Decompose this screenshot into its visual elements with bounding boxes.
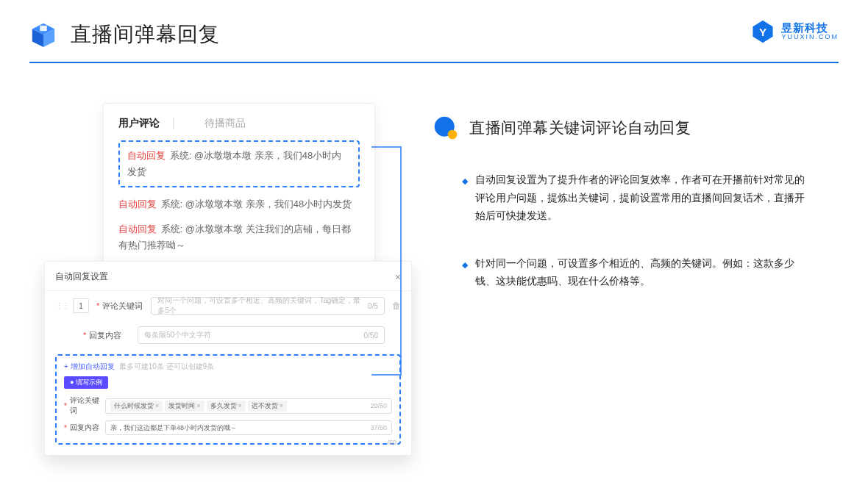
close-icon[interactable]: × [395,271,401,283]
diamond-icon: ◆ [462,258,468,290]
delete-icon[interactable]: 🗑 [392,301,401,311]
auto-reply-tag: 自动回复 [118,223,157,234]
tab-pending-goods[interactable]: 待播商品 [204,117,246,130]
svg-rect-3 [40,26,47,32]
brand-logo: Y 昱新科技 YUUXIN.COM [750,19,839,44]
bullet-text: 针对同一个问题，可设置多个相近的、高频的关键词。例如：这款多少钱、这块能优惠吗、… [475,254,814,290]
example-keyword-row: *评论关键词 什么时候发货× 发货时间× 多久发货× 迟不发货× 20/50 [64,393,392,418]
reply-counter: 0/50 [364,331,378,340]
reply-label: 回复内容 [89,330,132,341]
comment-row: 自动回复 系统: @冰墩墩本墩 关注我们的店铺，每日都有热门推荐呦～ [118,217,360,258]
logo-icon: Y [750,19,775,44]
keyword-label: 评论关键词 [102,301,145,312]
bullet-item: ◆ 自动回复设置为了提升作者的评论回复效率，作者可在开播前针对常见的评论用户问题… [433,171,830,225]
drag-handle-icon[interactable]: ⋮⋮ [55,301,68,311]
page-title: 直播间弹幕回复 [71,21,220,49]
section-header: 直播间弹幕关键词评论自动回复 [433,115,830,141]
keyword-chip[interactable]: 迟不发货× [248,401,287,412]
required-star: * [83,331,86,340]
auto-reply-tag: 自动回复 [118,198,157,209]
bullet-text: 自动回复设置为了提升作者的评论回复效率，作者可在开播前针对常见的评论用户问题，提… [475,171,814,225]
add-hint: 最多可建10条 还可以创建9条 [119,362,214,372]
keyword-chip[interactable]: 发货时间× [165,401,204,412]
order-number: 1 [73,298,89,313]
example-reply-input[interactable]: 亲，我们这边都是下单48小时内发货的哦～ 37/50 [105,420,392,435]
example-section: + 增加自动回复 最多可建10条 还可以创建9条 ● 填写示例 *评论关键词 什… [55,354,401,445]
bullet-item: ◆ 针对同一个问题，可设置多个相近的、高频的关键词。例如：这款多少钱、这块能优惠… [433,254,830,290]
chat-bubble-icon [433,115,459,141]
comment-row-highlighted: 自动回复 系统: @冰墩墩本墩 亲亲，我们48小时内发货 [118,140,360,187]
keyword-chip[interactable]: 什么时候发货× [110,401,163,412]
keyword-chip[interactable]: 多久发货× [207,401,246,412]
header-divider [29,62,839,63]
keyword-row: ⋮⋮ 1 * 评论关键词 对同一个问题，可设置多个相近、高频的关键词，Tag确定… [45,291,411,320]
comment-row: 自动回复 系统: @冰墩墩本墩 亲亲，我们48小时内发货 [118,192,360,217]
tab-user-comments[interactable]: 用户评论 [118,117,160,130]
settings-title: 自动回复设置 [55,270,108,283]
example-badge: ● 填写示例 [64,376,108,389]
example-keyword-input[interactable]: 什么时候发货× 发货时间× 多久发货× 迟不发货× 20/50 [105,398,392,414]
reply-row: * 回复内容 每条限50个中文字符 0/50 [45,320,411,350]
reply-input[interactable]: 每条限50个中文字符 0/50 [138,326,385,344]
tab-divider [173,118,174,129]
keyword-input[interactable]: 对同一个问题，可设置多个相近、高频的关键词，Tag确定，最多5个 0/5 [151,297,385,315]
example-reply-counter: 37/50 [370,424,387,431]
page-header: 直播间弹幕回复 [0,0,868,49]
cube-icon [29,21,57,49]
svg-text:Y: Y [759,26,766,38]
auto-reply-settings-card: 自动回复设置 × ⋮⋮ 1 * 评论关键词 对同一个问题，可设置多个相近、高频的… [44,261,412,456]
auto-reply-tag: 自动回复 [127,150,166,161]
example-reply-row: *回复内容 亲，我们这边都是下单48小时内发货的哦～ 37/50 [64,418,392,437]
svg-point-7 [448,130,458,140]
stray-counter: /50 [387,439,396,446]
example-keyword-counter: 20/50 [370,402,387,409]
comment-text: 系统: @冰墩墩本墩 亲亲，我们48小时内发货 [161,198,352,209]
logo-text-cn: 昱新科技 [781,22,839,35]
logo-text-en: YUUXIN.COM [781,34,839,41]
section-title: 直播间弹幕关键词评论自动回复 [469,118,691,138]
keyword-counter: 0/5 [368,302,378,310]
add-auto-reply-link[interactable]: + 增加自动回复 [64,362,115,372]
diamond-icon: ◆ [462,174,468,225]
required-star: * [96,301,99,310]
